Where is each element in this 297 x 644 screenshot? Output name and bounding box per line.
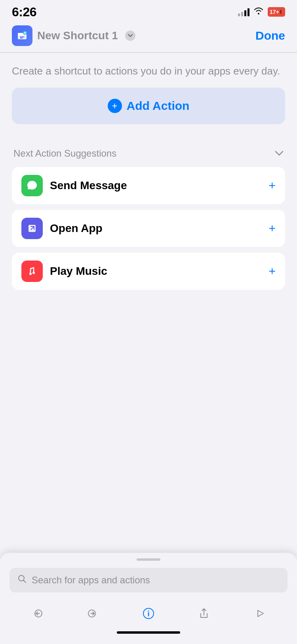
shortcut-title: New Shortcut 1 xyxy=(37,29,118,42)
sheet-handle xyxy=(137,558,160,561)
action-item-left: Send Message xyxy=(21,175,127,196)
wifi-icon xyxy=(253,7,264,17)
play-button[interactable] xyxy=(248,604,272,623)
search-placeholder-text: Search for apps and actions xyxy=(32,575,150,586)
svg-point-5 xyxy=(32,272,35,274)
svg-point-4 xyxy=(29,273,32,275)
open-app-add-icon[interactable]: + xyxy=(268,222,276,235)
description-text: Create a shortcut to actions you do in y… xyxy=(12,64,285,78)
toolbar xyxy=(10,600,287,627)
action-item-open-app[interactable]: Open App + xyxy=(12,210,285,247)
home-indicator xyxy=(117,631,180,634)
status-time: 6:26 xyxy=(12,5,36,19)
back-button[interactable] xyxy=(25,604,49,623)
battery-level: 17+ xyxy=(270,9,279,15)
action-item-play-music[interactable]: Play Music + xyxy=(12,253,285,290)
battery-icon: 17+ xyxy=(268,7,285,17)
add-icon: + xyxy=(108,99,122,113)
play-music-add-icon[interactable]: + xyxy=(268,264,276,278)
done-button[interactable]: Done xyxy=(255,29,285,42)
action-item-send-message[interactable]: Send Message + xyxy=(12,167,285,204)
shortcut-app-icon xyxy=(12,25,32,46)
info-button[interactable] xyxy=(137,604,160,623)
svg-point-8 xyxy=(148,611,149,612)
add-action-label: Add Action xyxy=(127,99,190,113)
music-app-icon xyxy=(21,261,43,282)
send-message-add-icon[interactable]: + xyxy=(268,179,276,192)
open-app-icon xyxy=(21,218,43,239)
action-item-left: Play Music xyxy=(21,261,107,282)
nav-header: New Shortcut 1 Done xyxy=(0,21,297,52)
suggestions-chevron-icon[interactable] xyxy=(275,148,284,159)
forward-button[interactable] xyxy=(81,604,105,623)
play-music-label: Play Music xyxy=(50,265,107,278)
messages-app-icon xyxy=(21,175,43,196)
suggestions-header: Next Action Suggestions xyxy=(12,148,285,159)
action-list: Send Message + Open App + xyxy=(12,167,285,290)
share-button[interactable] xyxy=(192,604,216,623)
bottom-sheet: Search for apps and actions xyxy=(0,553,297,644)
search-bar[interactable]: Search for apps and actions xyxy=(10,568,287,592)
status-bar: 6:26 17+ xyxy=(0,0,297,21)
add-action-button[interactable]: + Add Action xyxy=(12,88,285,124)
suggestions-title: Next Action Suggestions xyxy=(13,148,116,159)
status-icons: 17+ xyxy=(238,7,285,17)
send-message-label: Send Message xyxy=(50,179,127,192)
signal-icon xyxy=(238,8,249,16)
chevron-down-icon[interactable] xyxy=(125,31,135,41)
open-app-label: Open App xyxy=(50,222,103,235)
main-content: Create a shortcut to actions you do in y… xyxy=(0,53,297,290)
action-item-left: Open App xyxy=(21,218,103,239)
nav-title-group: New Shortcut 1 xyxy=(12,25,135,46)
search-icon xyxy=(17,574,27,586)
